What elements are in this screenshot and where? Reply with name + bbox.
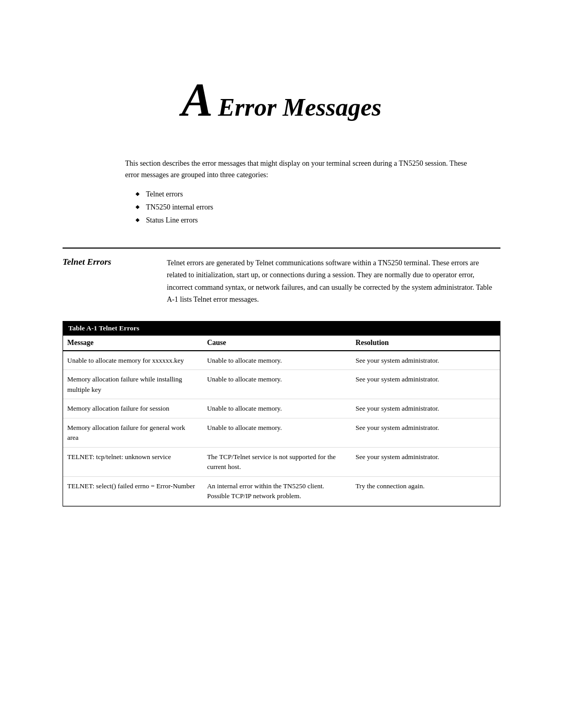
cell-resolution: See your system administrator.: [351, 447, 500, 476]
section-content-col: Telnet errors are generated by Telnet co…: [167, 257, 500, 305]
table-row: Memory allocation failure for sessionUna…: [63, 399, 500, 418]
header-cause: Cause: [203, 335, 351, 351]
table-title: Table A-1 Telnet Errors: [63, 322, 500, 335]
telnet-errors-section: Telnet Errors Telnet errors are generate…: [63, 248, 500, 305]
cell-cause: Unable to allocate memory.: [203, 351, 351, 370]
bullet-item-3: Status Line errors: [136, 214, 480, 227]
table-container: Table A-1 Telnet Errors Message Cause Re…: [63, 321, 500, 507]
table-row: Unable to allocate memory for xxxxxx.key…: [63, 351, 500, 370]
cell-message: Memory allocation failure for general wo…: [63, 418, 203, 447]
cell-resolution: Try the connection again.: [351, 476, 500, 505]
cell-resolution: See your system administrator.: [351, 399, 500, 418]
cell-message: Memory allocation failure while installi…: [63, 370, 203, 399]
error-table: Message Cause Resolution Unable to alloc…: [63, 335, 500, 506]
table-row: Memory allocation failure while installi…: [63, 370, 500, 399]
intro-paragraph: This section describes the error message…: [125, 158, 480, 181]
table-row: Memory allocation failure for general wo…: [63, 418, 500, 447]
chapter-letter: A: [181, 74, 213, 126]
cell-message: Memory allocation failure for session: [63, 399, 203, 418]
chapter-title: Error Messages: [218, 93, 381, 121]
bullet-item-2: TN5250 internal errors: [136, 201, 480, 214]
table-row: TELNET: select() failed errno = Error-Nu…: [63, 476, 500, 505]
header-message: Message: [63, 335, 203, 351]
table-header-row: Message Cause Resolution: [63, 335, 500, 351]
cell-message: TELNET: select() failed errno = Error-Nu…: [63, 476, 203, 505]
table-row: TELNET: tcp/telnet: unknown serviceThe T…: [63, 447, 500, 476]
cell-cause: Unable to allocate memory.: [203, 370, 351, 399]
section-title-col: Telnet Errors: [63, 257, 167, 305]
cell-cause: The TCP/Telnet service is not supported …: [203, 447, 351, 476]
cell-cause: Unable to allocate memory.: [203, 399, 351, 418]
cell-resolution: See your system administrator.: [351, 418, 500, 447]
cell-message: TELNET: tcp/telnet: unknown service: [63, 447, 203, 476]
header-resolution: Resolution: [351, 335, 500, 351]
cell-resolution: See your system administrator.: [351, 351, 500, 370]
cell-cause: Unable to allocate memory.: [203, 418, 351, 447]
cell-cause: An internal error within the TN5250 clie…: [203, 476, 351, 505]
cell-message: Unable to allocate memory for xxxxxx.key: [63, 351, 203, 370]
section-title: Telnet Errors: [63, 257, 111, 267]
intro-section: This section describes the error message…: [63, 158, 500, 227]
section-content-text: Telnet errors are generated by Telnet co…: [167, 257, 500, 305]
intro-bullet-list: Telnet errors TN5250 internal errors Sta…: [125, 188, 480, 227]
table-wrapper: Table A-1 Telnet Errors Message Cause Re…: [63, 321, 500, 507]
cell-resolution: See your system administrator.: [351, 370, 500, 399]
bullet-item-1: Telnet errors: [136, 188, 480, 201]
chapter-header: AError Messages: [63, 42, 500, 127]
page: AError Messages This section describes t…: [0, 0, 563, 728]
